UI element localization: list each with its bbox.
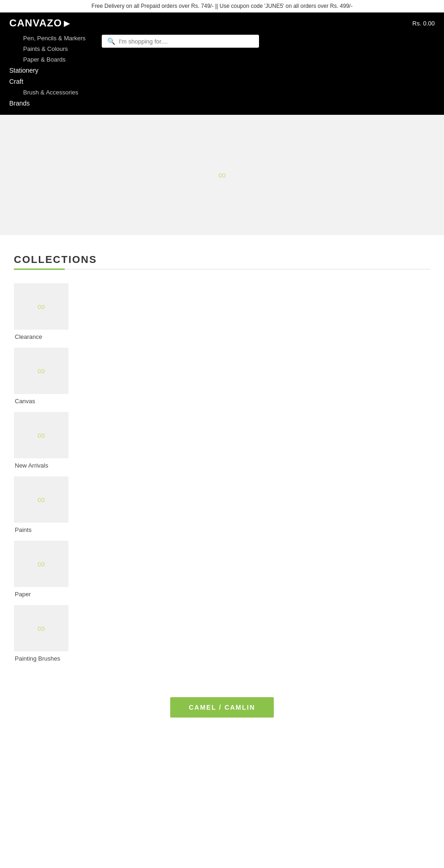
- collection-image: ∞: [14, 476, 68, 523]
- loading-icon: ∞: [37, 300, 45, 313]
- nav-item-brush[interactable]: Brush & Accessories: [9, 88, 102, 97]
- search-input[interactable]: [119, 38, 253, 45]
- collection-item-new-arrivals[interactable]: ∞ New Arrivals: [14, 412, 430, 469]
- divider-gray: [14, 269, 430, 269]
- camel-camlin-button[interactable]: CAMEL / CAMLIN: [170, 697, 274, 718]
- logo[interactable]: CANVAZO ▶: [9, 17, 70, 29]
- collection-label: Clearance: [14, 333, 42, 340]
- search-icon: 🔍: [107, 37, 115, 45]
- hero-section: ∞: [0, 115, 444, 235]
- collection-label: New Arrivals: [14, 462, 48, 469]
- header: CANVAZO ▶ Rs. 0.00: [0, 12, 444, 34]
- collection-image: ∞: [14, 283, 68, 330]
- collection-label: Paper: [14, 591, 31, 598]
- nav-item-paper[interactable]: Paper & Boards: [9, 55, 102, 64]
- nav-menu: Pen, Pencils & Markers Paints & Colours …: [9, 34, 102, 108]
- collections-divider: [14, 269, 430, 270]
- navigation: Pen, Pencils & Markers Paints & Colours …: [0, 34, 444, 115]
- logo-arrow: ▶: [64, 19, 70, 28]
- nav-item-label: Paper & Boards: [23, 56, 66, 63]
- nav-item-craft[interactable]: Craft: [9, 77, 102, 86]
- announcement-bar: Free Delivery on all Prepaid orders over…: [0, 0, 444, 12]
- nav-item-stationery[interactable]: Stationery: [9, 66, 102, 75]
- loading-icon: ∞: [37, 429, 45, 442]
- nav-item-paints[interactable]: Paints & Colours: [9, 44, 102, 53]
- collection-label: Painting Brushes: [14, 655, 60, 662]
- collection-item-paints[interactable]: ∞ Paints: [14, 476, 430, 533]
- nav-item-brands[interactable]: Brands: [9, 99, 102, 108]
- divider-green: [14, 269, 65, 270]
- nav-item-label: Pen, Pencils & Markers: [23, 35, 86, 42]
- collections-section: COLLECTIONS ∞ Clearance ∞ Canvas ∞ New A…: [0, 235, 444, 688]
- loading-icon: ∞: [37, 493, 45, 506]
- cart-total[interactable]: Rs. 0.00: [413, 20, 435, 27]
- collection-image: ∞: [14, 541, 68, 587]
- search-box[interactable]: 🔍: [102, 35, 259, 48]
- nav-item-label: Paints & Colours: [23, 45, 68, 52]
- loading-icon: ∞: [218, 169, 226, 181]
- collection-item-painting-brushes[interactable]: ∞ Painting Brushes: [14, 605, 430, 662]
- collection-item-paper[interactable]: ∞ Paper: [14, 541, 430, 598]
- collection-label: Canvas: [14, 398, 35, 405]
- bottom-section: CAMEL / CAMLIN: [0, 688, 444, 736]
- collection-image: ∞: [14, 348, 68, 394]
- nav-item-pen-pencils[interactable]: Pen, Pencils & Markers: [9, 34, 102, 43]
- collection-item-clearance[interactable]: ∞ Clearance: [14, 283, 430, 340]
- search-area: 🔍: [102, 34, 435, 48]
- collections-title: COLLECTIONS: [14, 254, 430, 266]
- loading-icon: ∞: [37, 364, 45, 377]
- loading-icon: ∞: [37, 622, 45, 635]
- nav-item-label: Craft: [9, 78, 23, 85]
- collection-item-canvas[interactable]: ∞ Canvas: [14, 348, 430, 405]
- nav-item-label: Stationery: [9, 67, 38, 74]
- nav-item-label: Brush & Accessories: [23, 89, 78, 96]
- collection-image: ∞: [14, 605, 68, 651]
- collection-image: ∞: [14, 412, 68, 458]
- loading-icon: ∞: [37, 557, 45, 570]
- collection-label: Paints: [14, 526, 31, 533]
- nav-item-label: Brands: [9, 100, 30, 107]
- announcement-text: Free Delivery on all Prepaid orders over…: [92, 3, 352, 9]
- logo-text: CANVAZO: [9, 17, 62, 29]
